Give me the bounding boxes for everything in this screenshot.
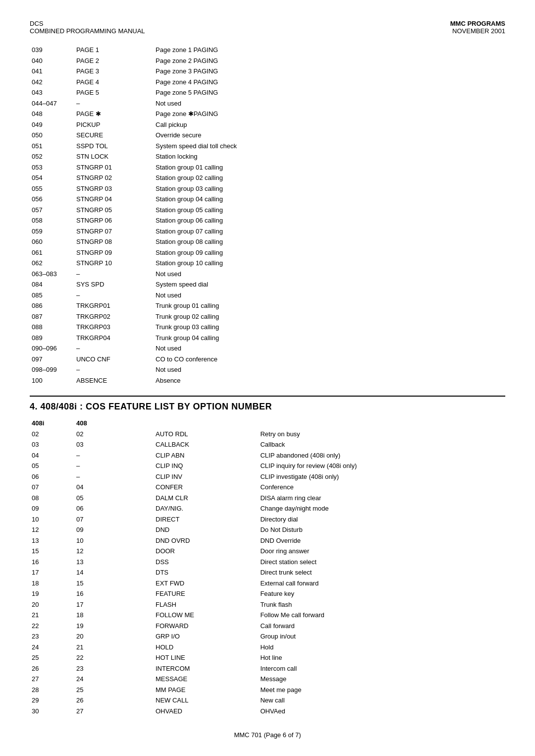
table-row: 1714DTSDirect trunk select — [30, 567, 505, 578]
main-table-cell-col3: Trunk group 01 calling — [154, 300, 505, 311]
cos-table-cell-col4: Hot line — [258, 652, 505, 663]
cos-table-cell-col2: 12 — [74, 546, 154, 557]
main-table-cell-col3: Not used — [154, 290, 505, 301]
table-row: 041PAGE 3Page zone 3 PAGING — [30, 66, 505, 77]
cos-table-cell-col4: DND Override — [258, 535, 505, 546]
main-table-cell-col3: Station group 06 calling — [154, 215, 505, 226]
main-table-cell-col2: – — [74, 269, 154, 280]
cos-table-cell-col2: 23 — [74, 663, 154, 674]
table-row: 2421HOLDHold — [30, 642, 505, 653]
cos-table-cell-col3: FOLLOW ME — [154, 610, 258, 621]
cos-table-cell-col2: – — [74, 471, 154, 482]
main-table-cell-col2: – — [74, 98, 154, 109]
table-row: 098–099–Not used — [30, 364, 505, 375]
cos-table-cell-col1: 30 — [30, 706, 74, 717]
cos-table-cell-col3: CLIP ABN — [154, 450, 258, 461]
table-row: 049PICKUPCall pickup — [30, 119, 505, 130]
cos-table-cell-col2: 26 — [74, 695, 154, 706]
main-table-cell-col3: Page zone 5 PAGING — [154, 87, 505, 98]
main-table-cell-col3: Trunk group 02 calling — [154, 311, 505, 322]
cos-table-cell-col2: 14 — [74, 567, 154, 578]
cos-table-cell-col3: CLIP INV — [154, 471, 258, 482]
main-table-cell-col1: 085 — [30, 290, 74, 301]
table-row: 062STNGRP 10Station group 10 calling — [30, 258, 505, 269]
table-row: 085–Not used — [30, 290, 505, 301]
cos-table-cell-col4: Directory dial — [258, 514, 505, 525]
main-table-cell-col1: 100 — [30, 375, 74, 386]
header-mmc-programs: MMC PROGRAMS — [450, 20, 505, 27]
page-footer: MMC 701 (Page 6 of 7) — [30, 731, 505, 739]
cos-table-cell-col3: CONFER — [154, 482, 258, 493]
main-table-cell-col2: STNGRP 03 — [74, 183, 154, 194]
cos-table-cell-col2: 09 — [74, 524, 154, 535]
cos-table-cell-col4: Call forward — [258, 621, 505, 632]
main-table-cell-col2: STNGRP 08 — [74, 236, 154, 247]
cos-table-cell-col1: 23 — [30, 631, 74, 642]
main-table-cell-col3: System speed dial toll check — [154, 141, 505, 152]
table-row: 056STNGRP 04Station group 04 calling — [30, 194, 505, 205]
main-table-cell-col1: 057 — [30, 205, 74, 216]
cos-table-cell-col1: 02 — [30, 429, 74, 440]
cos-table-cell-col4: Door ring answer — [258, 546, 505, 557]
main-table-cell-col1: 050 — [30, 130, 74, 141]
main-table-cell-col3: Page zone 2 PAGING — [154, 56, 505, 66]
main-table-cell-col1: 052 — [30, 151, 74, 162]
table-row: 2623INTERCOMIntercom call — [30, 663, 505, 674]
main-table-cell-col1: 055 — [30, 183, 74, 194]
cos-table-cell-col4: Conference — [258, 482, 505, 493]
cos-table-cell-col4: Direct trunk select — [258, 567, 505, 578]
section-divider — [30, 396, 505, 397]
cos-table-cell-col1: 03 — [30, 439, 74, 450]
cos-table-cell-col2: 06 — [74, 503, 154, 514]
table-row: 2320GRP I/OGroup in/out — [30, 631, 505, 642]
cos-table-cell-col1: 09 — [30, 503, 74, 514]
cos-table-cell-col1: 18 — [30, 578, 74, 589]
footer-text: MMC 701 (Page 6 of 7) — [234, 731, 301, 739]
main-table-cell-col3: Station group 03 calling — [154, 183, 505, 194]
cos-table-cell-col3: FORWARD — [154, 621, 258, 632]
page-header: DCS COMBINED PROGRAMMING MANUAL MMC PROG… — [30, 20, 505, 35]
cos-table-cell-col3: CALLBACK — [154, 439, 258, 450]
cos-table-cell-col4: Feature key — [258, 588, 505, 599]
main-table-cell-col3: Call pickup — [154, 119, 505, 130]
table-row: 042PAGE 4Page zone 4 PAGING — [30, 77, 505, 88]
table-row: 0704CONFERConference — [30, 482, 505, 493]
cos-table-cell-col4: CLIP investigate (408i only) — [258, 471, 505, 482]
main-table-cell-col3: Trunk group 04 calling — [154, 333, 505, 344]
cos-table-cell-col1: 10 — [30, 514, 74, 525]
table-row: 043PAGE 5Page zone 5 PAGING — [30, 87, 505, 98]
table-row: 052STN LOCKStation locking — [30, 151, 505, 162]
cos-table-cell-col3: DND — [154, 524, 258, 535]
main-table-cell-col3: Station group 08 calling — [154, 236, 505, 247]
table-row: 1613DSSDirect station select — [30, 557, 505, 568]
table-row: 090–096–Not used — [30, 343, 505, 354]
main-table-cell-col2: STNGRP 05 — [74, 205, 154, 216]
main-table-cell-col2: STN LOCK — [74, 151, 154, 162]
cos-table-cell-col4: Intercom call — [258, 663, 505, 674]
table-row: 2017FLASHTrunk flash — [30, 599, 505, 610]
main-table-cell-col2: STNGRP 09 — [74, 247, 154, 258]
main-table-cell-col1: 062 — [30, 258, 74, 269]
cos-table-cell-col1: 29 — [30, 695, 74, 706]
table-row: 089TRKGRP04Trunk group 04 calling — [30, 333, 505, 344]
cos-table-cell-col3: DAY/NIG. — [154, 503, 258, 514]
main-table-cell-col3: Station group 04 calling — [154, 194, 505, 205]
cos-table-cell-col2: 25 — [74, 685, 154, 696]
table-row: 2219FORWARDCall forward — [30, 621, 505, 632]
cos-table-cell-col4: Group in/out — [258, 631, 505, 642]
main-table-cell-col3: Station group 02 calling — [154, 173, 505, 183]
main-table-cell-col1: 048 — [30, 109, 74, 119]
main-table-cell-col1: 043 — [30, 87, 74, 98]
main-table-cell-col2: UNCO CNF — [74, 354, 154, 365]
cos-col4-header — [258, 418, 505, 429]
cos-table-cell-col1: 17 — [30, 567, 74, 578]
main-table-cell-col2: SSPD TOL — [74, 141, 154, 152]
cos-table-cell-col2: 03 — [74, 439, 154, 450]
cos-table-cell-col3: DALM CLR — [154, 493, 258, 504]
cos-table-cell-col3: DOOR — [154, 546, 258, 557]
header-dcs: DCS — [30, 20, 145, 27]
main-table-cell-col1: 044–047 — [30, 98, 74, 109]
table-row: 055STNGRP 03Station group 03 calling — [30, 183, 505, 194]
header-right: MMC PROGRAMS NOVEMBER 2001 — [450, 20, 505, 35]
table-row: 1916FEATUREFeature key — [30, 588, 505, 599]
